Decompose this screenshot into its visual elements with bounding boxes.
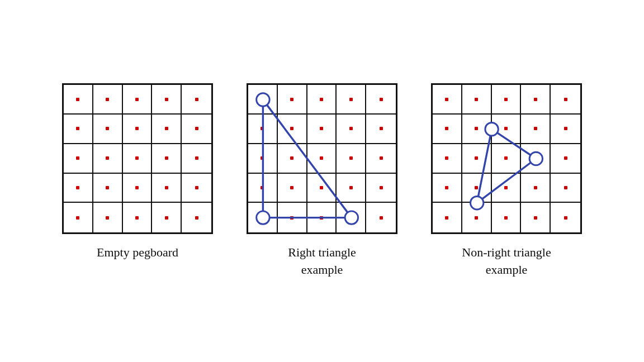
figure-right-triangle: Right triangleexample (247, 83, 397, 279)
caption-non-right-triangle: Non-right triangleexample (462, 244, 551, 279)
pegboard-non-right-triangle (431, 83, 582, 234)
svg-point-1 (257, 93, 269, 106)
svg-point-6 (529, 152, 542, 165)
pegboard-right-triangle (247, 83, 397, 234)
svg-point-5 (485, 123, 498, 136)
svg-point-7 (470, 197, 483, 209)
svg-point-2 (257, 211, 269, 224)
pegboard-empty (62, 83, 213, 234)
caption-empty: Empty pegboard (97, 244, 178, 261)
figures-container: Empty pegboard (62, 83, 582, 279)
svg-point-3 (345, 211, 358, 224)
figure-non-right-triangle: Non-right triangleexample (431, 83, 582, 279)
right-triangle-svg (248, 85, 396, 232)
svg-marker-0 (263, 100, 351, 218)
svg-marker-4 (477, 129, 536, 203)
non-right-triangle-svg (433, 85, 580, 232)
caption-right-triangle: Right triangleexample (288, 244, 356, 279)
figure-empty: Empty pegboard (62, 83, 213, 261)
